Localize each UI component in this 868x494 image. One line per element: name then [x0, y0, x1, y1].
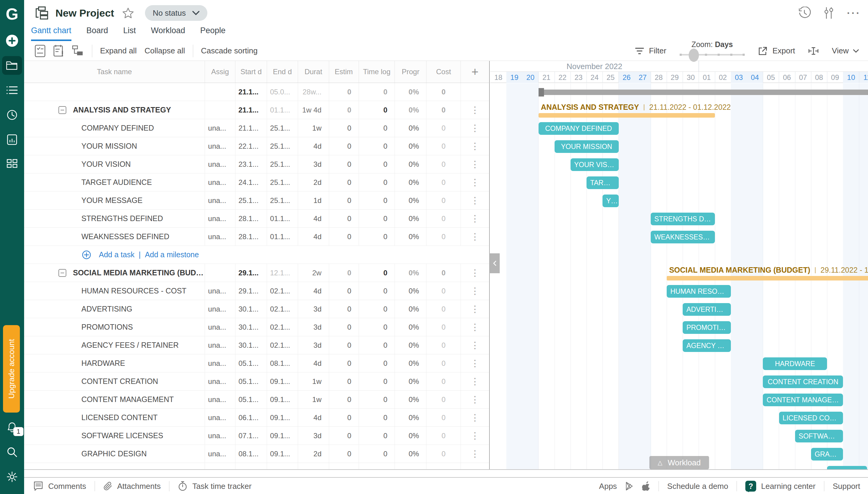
project-summary-bar[interactable] — [538, 90, 868, 95]
task-name[interactable]: TARGET AUDIENCE — [81, 178, 152, 187]
task-name[interactable]: AGENCY FEES / RETAINER — [81, 341, 179, 349]
row-menu-kebab-icon[interactable]: ⋮ — [471, 395, 479, 404]
task-bar[interactable]: YOUR MESSAGE — [603, 194, 618, 207]
project-settings-button[interactable] — [823, 7, 834, 19]
task-bar[interactable]: PROMOTIONS — [683, 321, 731, 334]
task-time-tracker-button[interactable]: Task time tracker — [178, 481, 252, 491]
day-header-23[interactable]: 23 — [571, 72, 587, 83]
table-row[interactable]: AGENCY FEES / RETAINERuna...30.1...02.1.… — [24, 336, 489, 354]
column-header-assig[interactable]: Assig — [205, 61, 235, 83]
day-header-26[interactable]: 26 — [619, 72, 635, 83]
day-header-05[interactable]: 05 — [763, 72, 779, 83]
column-header-est[interactable]: Estim — [329, 61, 359, 83]
row-menu-kebab-icon[interactable]: ⋮ — [471, 413, 479, 422]
day-header-08[interactable]: 08 — [811, 72, 827, 83]
row-menu-kebab-icon[interactable]: ⋮ — [471, 341, 479, 350]
task-name[interactable]: YOUR MESSAGE — [81, 196, 142, 205]
task-name[interactable]: SOFTWARE LICENSES — [81, 431, 163, 440]
group-label[interactable]: SOCIAL MEDIA MARKETING (BUDGET)29.11.202… — [669, 265, 868, 275]
day-header-29[interactable]: 29 — [667, 72, 683, 83]
settings-button[interactable] — [2, 468, 22, 486]
task-name[interactable]: YOUR VISION — [81, 160, 131, 169]
table-row[interactable]: ANALYSIS AND STRATEGY21.1...01.1...1w 4d… — [24, 101, 489, 119]
task-name[interactable]: YOUR MISSION — [81, 142, 137, 151]
table-row[interactable]: PROMOTIONSuna...30.1...02.1...3d000%0⋮ — [24, 318, 489, 336]
task-name[interactable]: LICENSED CONTENT — [81, 413, 158, 422]
table-row[interactable]: GRAPHIC DESIGNuna...08.1...09.1...2d000%… — [24, 445, 489, 463]
task-bar[interactable] — [827, 466, 867, 469]
table-row[interactable]: Add a task|Add a milestone — [24, 246, 489, 264]
table-row[interactable]: YOUR MISSIONuna...22.1...25.1...4d000%0⋮ — [24, 137, 489, 155]
export-button[interactable]: Export — [758, 46, 795, 56]
day-header-02[interactable]: 02 — [715, 72, 731, 83]
task-bar[interactable]: YOUR VISION — [571, 158, 619, 171]
learning-center-link[interactable]: ? Learning center — [745, 481, 815, 492]
task-bar[interactable]: YOUR MISSION — [555, 140, 619, 153]
filter-button[interactable]: Filter — [635, 46, 666, 56]
apple-store-button[interactable] — [642, 481, 650, 491]
row-menu-kebab-icon[interactable]: ⋮ — [471, 160, 479, 169]
table-row[interactable]: SOFTWARE LICENSESuna...07.1...09.1...3d0… — [24, 427, 489, 445]
gantt-canvas[interactable]: ANALYSIS AND STRATEGY21.11.2022 - 01.12.… — [490, 83, 868, 469]
tab-list[interactable]: List — [123, 26, 136, 41]
sidebar-item-reports[interactable] — [2, 131, 22, 149]
column-header-log[interactable]: Time log — [359, 61, 395, 83]
group-label[interactable]: ANALYSIS AND STRATEGY21.11.2022 - 01.12.… — [541, 102, 731, 112]
hierarchy-button[interactable] — [72, 45, 84, 57]
day-header-11[interactable]: 11 — [859, 72, 868, 83]
row-menu-kebab-icon[interactable]: ⋮ — [471, 377, 479, 386]
horizontal-scrollbar[interactable] — [24, 469, 868, 478]
task-name[interactable]: CONTENT MANAGEMENT — [81, 395, 174, 404]
row-menu-kebab-icon[interactable]: ⋮ — [471, 449, 479, 458]
day-header-03[interactable]: 03 — [731, 72, 747, 83]
row-menu-kebab-icon[interactable]: ⋮ — [471, 232, 479, 241]
task-bar[interactable]: COMPANY DEFINED — [538, 122, 619, 135]
table-row[interactable]: TARGET AUDIENCEuna...24.1...25.1...2d000… — [24, 173, 489, 191]
task-bar[interactable]: LICENSED CONTENT — [779, 412, 843, 424]
add-task-link[interactable]: Add a task — [99, 250, 134, 259]
task-name[interactable]: ANALYSIS AND STRATEGY — [73, 106, 171, 114]
create-new-button[interactable] — [2, 32, 22, 50]
comments-button[interactable]: Comments — [33, 481, 86, 491]
day-header-18[interactable]: 18 — [490, 72, 507, 83]
custom-columns-button[interactable] — [35, 45, 45, 57]
task-name[interactable]: STRENGTHS DEFINED — [81, 214, 163, 223]
row-menu-kebab-icon[interactable]: ⋮ — [471, 268, 479, 278]
task-bar[interactable]: CONTENT MANAGEMENT — [763, 394, 843, 406]
history-button[interactable] — [798, 7, 811, 19]
view-menu-button[interactable]: View — [832, 46, 859, 56]
table-row[interactable]: HARDWAREuna...05.1...08.1...4d000%0⋮ — [24, 354, 489, 373]
sidebar-item-projects[interactable] — [2, 56, 22, 75]
day-header-10[interactable]: 10 — [843, 72, 859, 83]
tab-board[interactable]: Board — [86, 26, 108, 41]
day-header-28[interactable]: 28 — [651, 72, 667, 83]
task-name[interactable]: SOCIAL MEDIA MARKETING (BUDGET) — [73, 268, 205, 277]
task-name[interactable]: COMPANY DEFINED — [81, 124, 154, 132]
task-name[interactable]: ADVERTISING — [81, 305, 132, 314]
attachments-button[interactable]: Attachments — [103, 481, 161, 491]
add-milestone-link[interactable]: Add a milestone — [145, 250, 199, 259]
group-bar[interactable] — [667, 276, 868, 281]
zoom-slider[interactable]: Zoom: Days — [679, 42, 745, 60]
collapse-group-button[interactable] — [58, 106, 66, 114]
task-name[interactable]: WEAKNESSES DEFINED — [81, 232, 170, 241]
google-play-button[interactable] — [625, 482, 633, 491]
more-options-button[interactable]: ··· — [847, 10, 861, 16]
column-header-prog[interactable]: Progr — [395, 61, 427, 83]
favorite-star-icon[interactable] — [122, 7, 134, 19]
sidebar-item-apps[interactable] — [2, 156, 22, 174]
collapse-all-button[interactable]: Collapse all — [144, 46, 185, 56]
column-header-dur[interactable]: Durat — [298, 61, 329, 83]
task-bar[interactable]: GRAPHIC DESIGN — [811, 448, 843, 460]
table-row[interactable]: STRENGTHS DEFINEDuna...28.1...01.1...4d0… — [24, 210, 489, 228]
tab-gantt-chart[interactable]: Gantt chart — [31, 26, 72, 41]
table-row[interactable]: YOUR MESSAGEuna...25.1...25.1...1d000%0⋮ — [24, 191, 489, 210]
collapse-group-button[interactable] — [58, 269, 66, 277]
workload-toggle-button[interactable]: △ Workload — [649, 456, 709, 469]
table-row[interactable]: YOUR VISIONuna...23.1...25.1...3d000%0⋮ — [24, 155, 489, 173]
day-header-22[interactable]: 22 — [555, 72, 571, 83]
column-header-start[interactable]: Start d — [235, 61, 267, 83]
column-header-name[interactable]: Task name — [24, 61, 205, 83]
day-header-20[interactable]: 20 — [522, 72, 538, 83]
day-header-04[interactable]: 04 — [747, 72, 763, 83]
